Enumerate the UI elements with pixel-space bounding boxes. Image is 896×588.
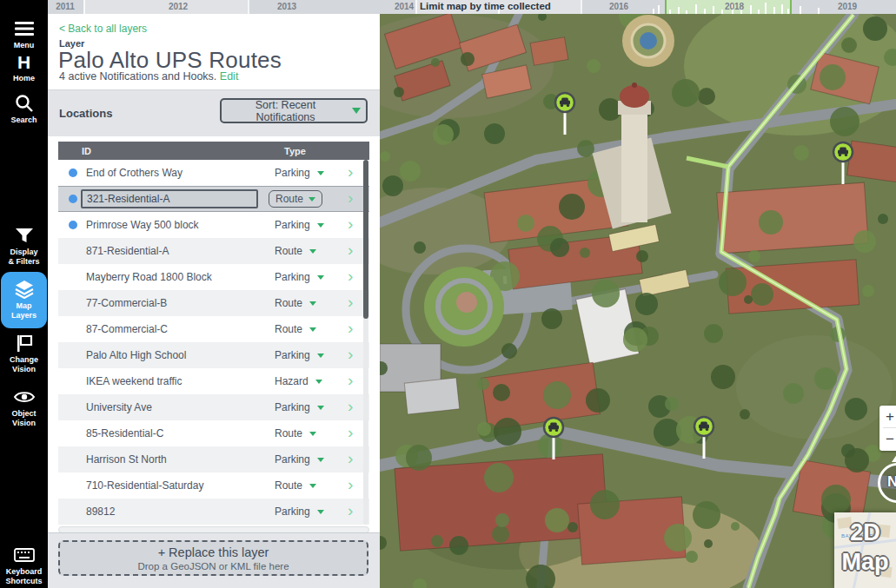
- timeline-histogram-bar: [750, 5, 752, 14]
- location-id: Primrose Way 500 block: [86, 219, 199, 231]
- table-row[interactable]: Primrose Way 500 blockParking›: [58, 212, 369, 238]
- zoom-out-button[interactable]: −: [879, 428, 896, 450]
- back-to-layers-link[interactable]: < Back to all layers: [59, 23, 147, 35]
- location-id: 77-Commercial-B: [86, 297, 167, 309]
- table-row[interactable]: 710-Residential-SaturdayRoute›: [58, 472, 369, 499]
- timeline-histogram-bar: [695, 4, 697, 14]
- location-id: Mayberry Road 1800 Block: [86, 271, 212, 283]
- row-detail-chevron[interactable]: ›: [348, 320, 353, 336]
- type-dropdown[interactable]: Parking: [275, 453, 324, 466]
- chevron-down-icon: [317, 353, 324, 358]
- table-row[interactable]: Harrison St NorthParking›: [58, 446, 369, 472]
- table-row[interactable]: 77-Commercial-BRoute›: [58, 290, 369, 316]
- table-row[interactable]: Mayberry Road 1800 BlockParking›: [58, 264, 369, 290]
- layers-icon: [0, 280, 48, 299]
- row-detail-chevron[interactable]: ›: [348, 346, 353, 362]
- type-dropdown[interactable]: Hazard: [275, 375, 322, 387]
- type-value: Route: [275, 323, 302, 335]
- time-selection-handle[interactable]: [790, 0, 792, 14]
- row-detail-chevron[interactable]: ›: [348, 398, 353, 414]
- row-detail-chevron[interactable]: ›: [348, 372, 353, 388]
- table-row[interactable]: IKEA weekend trafficHazard›: [58, 368, 369, 394]
- chevron-down-icon: [317, 223, 324, 228]
- zoom-in-button[interactable]: +: [879, 406, 896, 427]
- sidebar-item-object-vision[interactable]: Object Vision: [0, 387, 48, 429]
- time-selection-handle[interactable]: [665, 0, 667, 14]
- timeline-year-label: 2016: [609, 2, 628, 11]
- type-value: Parking: [275, 219, 310, 231]
- type-value: Route: [275, 297, 302, 309]
- map-mode-2d-button[interactable]: BAYSHORE 2D Map: [834, 512, 896, 588]
- type-value: Parking: [275, 505, 310, 518]
- dropzone-title: + Replace this layer: [158, 545, 269, 559]
- sidebar-item-label: Search: [0, 116, 48, 125]
- limit-map-by-time-label[interactable]: Limit map by time collected: [420, 1, 551, 11]
- type-dropdown[interactable]: Parking: [275, 401, 324, 413]
- type-dropdown[interactable]: Route: [275, 323, 316, 335]
- timeline-year-label: 2012: [169, 2, 188, 11]
- sidebar-item-label: Change Vision: [0, 355, 48, 375]
- location-id-input[interactable]: [81, 189, 258, 208]
- replace-layer-dropzone[interactable]: + Replace this layer Drop a GeoJSON or K…: [58, 540, 368, 576]
- row-detail-chevron[interactable]: ›: [348, 502, 353, 519]
- edit-notifications-link[interactable]: Edit: [220, 70, 239, 83]
- sidebar-item-label: Keyboard Shortcuts: [0, 567, 48, 587]
- sidebar-item-keyboard-shortcuts[interactable]: Keyboard Shortcuts: [0, 545, 48, 587]
- dropzone-subtitle: Drop a GeoJSON or KML file here: [137, 561, 289, 571]
- sidebar-item-search[interactable]: Search: [0, 94, 48, 125]
- row-detail-chevron[interactable]: ›: [348, 268, 353, 284]
- chevron-down-icon: [317, 458, 324, 462]
- type-value: Parking: [275, 271, 310, 283]
- table-row[interactable]: Route›: [58, 186, 369, 212]
- row-detail-chevron[interactable]: ›: [348, 241, 353, 258]
- timeline-histogram-bar: [704, 9, 706, 14]
- flag-icon: [0, 334, 48, 353]
- table-row[interactable]: 871-Residential-ARoute›: [58, 238, 369, 264]
- type-dropdown[interactable]: Route: [275, 297, 316, 309]
- timeline-histogram-bar: [800, 6, 801, 14]
- table-row[interactable]: University AveParking›: [58, 394, 369, 420]
- sidebar-item-home[interactable]: HHome: [0, 52, 48, 83]
- map-canvas[interactable]: + − N BAYSHORE 2D Map: [380, 14, 896, 588]
- type-dropdown[interactable]: Route: [275, 245, 316, 257]
- vertical-scrollbar-thumb[interactable]: [363, 160, 368, 319]
- type-dropdown[interactable]: Route: [275, 427, 316, 439]
- table-row[interactable]: Palo Alto High SchoolParking›: [58, 342, 369, 368]
- sidebar-item-change-vision[interactable]: Change Vision: [0, 334, 48, 375]
- type-value: Route: [275, 245, 302, 257]
- row-detail-chevron[interactable]: ›: [348, 424, 353, 440]
- table-row[interactable]: 87-Commercial-CRoute›: [58, 316, 369, 342]
- sidebar-item-label: Display & Filters: [0, 248, 48, 268]
- timeline-histogram-bar: [773, 7, 775, 14]
- table-row[interactable]: 85-Residential-CRoute›: [58, 420, 369, 446]
- chevron-down-icon: [315, 380, 322, 384]
- sort-dropdown[interactable]: Sort: Recent Notifications: [220, 98, 368, 123]
- sidebar-item-display-filters[interactable]: Display & Filters: [0, 226, 48, 268]
- satellite-map: [380, 14, 896, 588]
- row-detail-chevron[interactable]: ›: [348, 163, 353, 180]
- type-dropdown[interactable]: Parking: [275, 219, 324, 231]
- row-detail-chevron[interactable]: ›: [348, 294, 353, 310]
- type-dropdown[interactable]: Parking: [275, 349, 324, 361]
- type-dropdown[interactable]: Route: [275, 479, 316, 492]
- sidebar-item-menu[interactable]: Menu: [0, 19, 48, 50]
- timeline-histogram-bar: [818, 8, 820, 14]
- type-value: Hazard: [275, 375, 309, 387]
- row-detail-chevron[interactable]: ›: [348, 215, 353, 232]
- type-dropdown[interactable]: Parking: [275, 271, 324, 283]
- table-row[interactable]: End of Crothers WayParking›: [58, 160, 369, 186]
- row-detail-chevron[interactable]: ›: [348, 189, 353, 206]
- notification-dot: [69, 221, 77, 229]
- layer-panel: < Back to all layers Layer Palo Alto UPS…: [48, 14, 380, 588]
- row-detail-chevron[interactable]: ›: [348, 450, 353, 466]
- type-dropdown[interactable]: Parking: [275, 505, 324, 518]
- type-dropdown[interactable]: Parking: [275, 167, 324, 179]
- time-collected-timeline[interactable]: 2011201220132014201620182019Limit map by…: [48, 0, 896, 14]
- type-dropdown[interactable]: Route: [269, 190, 322, 208]
- sidebar-item-map-layers[interactable]: Map Layers: [0, 280, 48, 321]
- location-id: End of Crothers Way: [86, 167, 183, 179]
- funnel-icon: [0, 226, 48, 245]
- location-id: 871-Residential-A: [86, 245, 169, 257]
- row-detail-chevron[interactable]: ›: [348, 476, 353, 492]
- table-row[interactable]: 89812Parking›: [58, 499, 369, 525]
